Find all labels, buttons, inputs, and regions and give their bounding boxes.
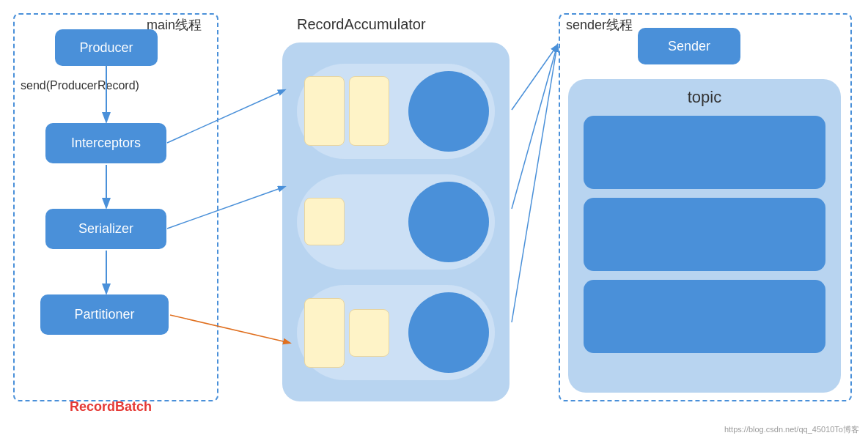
watermark: https://blog.csdn.net/qq_45010To博客 [724, 424, 859, 435]
batch-block-3b [349, 309, 389, 357]
sender-label: Sender [668, 39, 710, 54]
pill-row-3 [297, 285, 495, 380]
topic-container: topic [568, 79, 841, 393]
producer-label: Producer [79, 40, 133, 56]
topic-label: topic [688, 88, 721, 107]
pill-circle-2 [408, 182, 489, 262]
record-batch-label: RecordBatch [70, 399, 152, 415]
svg-line-8 [512, 45, 557, 322]
pill-row-2 [297, 174, 495, 270]
batch-block-1b [349, 76, 389, 146]
topic-partition-1 [584, 116, 825, 189]
topic-partition-2 [584, 198, 825, 271]
serializer-label: Serializer [78, 221, 133, 237]
batch-block-2a [304, 198, 345, 245]
partitioner-box: Partitioner [40, 294, 169, 335]
pill-circle-1 [408, 71, 489, 152]
send-label: send(ProducerRecord) [21, 79, 139, 92]
batch-block-1a [304, 76, 345, 146]
accumulator-container [282, 42, 510, 401]
sender-box: Sender [638, 28, 740, 64]
pill-row-1 [297, 64, 495, 159]
serializer-box: Serializer [45, 209, 166, 249]
interceptors-box: Interceptors [45, 123, 166, 163]
main-thread-box [13, 13, 218, 401]
pill-circle-3 [408, 292, 489, 373]
svg-line-6 [512, 45, 557, 110]
interceptors-label: Interceptors [71, 136, 141, 151]
diagram-container: main线程 Producer send(ProducerRecord) Int… [0, 0, 868, 441]
accumulator-title: RecordAccumulator [297, 16, 426, 33]
topic-partition-3 [584, 280, 825, 353]
partitioner-label: Partitioner [74, 307, 134, 322]
batch-block-3a [304, 298, 345, 368]
svg-line-7 [512, 45, 557, 209]
producer-box: Producer [55, 29, 158, 66]
sender-thread-label: sender线程 [566, 16, 633, 34]
